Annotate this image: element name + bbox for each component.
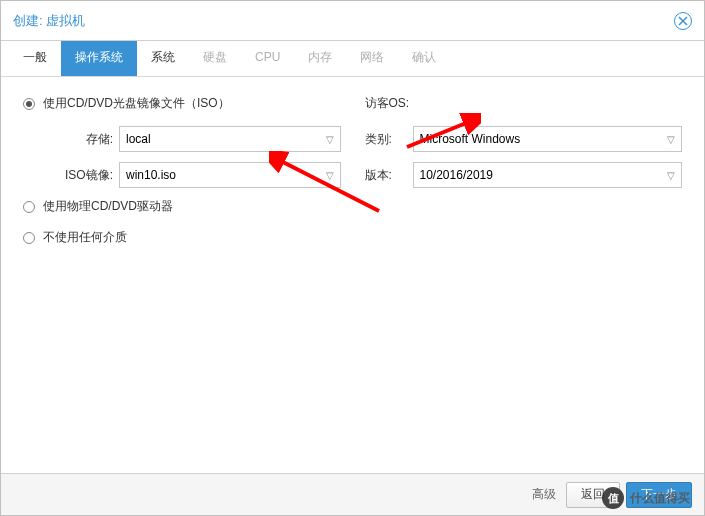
type-value: Microsoft Windows (420, 132, 521, 146)
version-label: 版本: (365, 167, 407, 184)
radio-icon (23, 201, 35, 213)
radio-label: 使用CD/DVD光盘镜像文件（ISO） (43, 95, 230, 112)
type-combo[interactable]: Microsoft Windows ▽ (413, 126, 683, 152)
iso-combo[interactable]: win10.iso ▽ (119, 162, 341, 188)
dialog-title: 创建: 虚拟机 (13, 12, 85, 30)
tab-cpu: CPU (241, 41, 294, 76)
iso-value: win10.iso (126, 168, 176, 182)
guest-os-title: 访客OS: (365, 95, 683, 112)
tab-memory: 内存 (294, 41, 346, 76)
tab-system[interactable]: 系统 (137, 41, 189, 76)
type-label: 类别: (365, 131, 407, 148)
watermark-text: 什么值得买 (630, 490, 690, 507)
storage-value: local (126, 132, 151, 146)
storage-combo[interactable]: local ▽ (119, 126, 341, 152)
advanced-label: 高级 (532, 486, 556, 503)
watermark-logo-icon: 值 (602, 487, 624, 509)
radio-icon (23, 98, 35, 110)
radio-icon (23, 232, 35, 244)
tab-general[interactable]: 一般 (9, 41, 61, 76)
radio-use-none[interactable]: 不使用任何介质 (23, 229, 341, 246)
close-icon[interactable] (674, 12, 692, 30)
version-combo[interactable]: 10/2016/2019 ▽ (413, 162, 683, 188)
tab-os[interactable]: 操作系统 (61, 41, 137, 76)
chevron-down-icon: ▽ (667, 134, 675, 145)
radio-use-iso[interactable]: 使用CD/DVD光盘镜像文件（ISO） (23, 95, 341, 112)
chevron-down-icon: ▽ (326, 134, 334, 145)
tab-network: 网络 (346, 41, 398, 76)
chevron-down-icon: ▽ (667, 170, 675, 181)
tab-confirm: 确认 (398, 41, 450, 76)
radio-label: 不使用任何介质 (43, 229, 127, 246)
chevron-down-icon: ▽ (326, 170, 334, 181)
watermark: 值 什么值得买 (602, 487, 690, 509)
iso-label: ISO镜像: (43, 167, 113, 184)
tab-disk: 硬盘 (189, 41, 241, 76)
radio-use-physical[interactable]: 使用物理CD/DVD驱动器 (23, 198, 341, 215)
version-value: 10/2016/2019 (420, 168, 493, 182)
radio-label: 使用物理CD/DVD驱动器 (43, 198, 173, 215)
wizard-tabs: 一般 操作系统 系统 硬盘 CPU 内存 网络 确认 (1, 41, 704, 77)
storage-label: 存储: (43, 131, 113, 148)
